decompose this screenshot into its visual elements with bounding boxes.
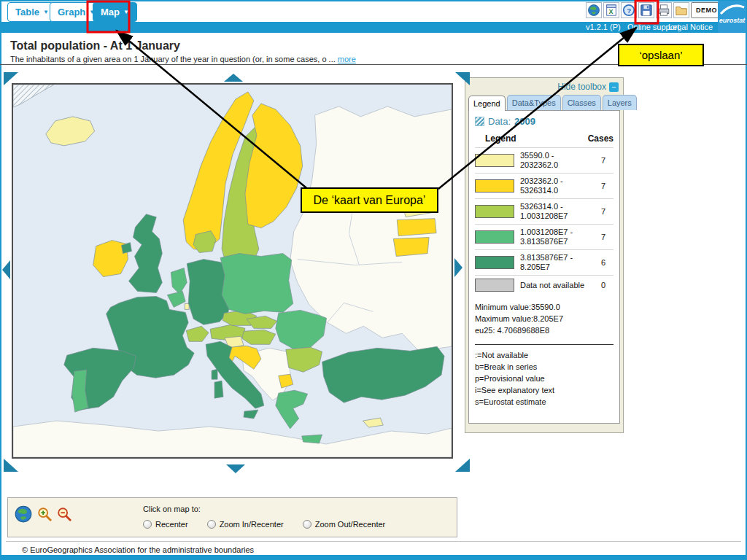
hide-toolbox-label: Hide toolbox	[557, 82, 606, 92]
footnote: p=Provisional value	[475, 373, 614, 384]
pan-down-left-arrow[interactable]	[4, 459, 18, 472]
print-icon[interactable]	[656, 2, 672, 18]
map-control-bar: Click on map to: Recenter Zoom In/Recent…	[7, 497, 457, 537]
legend-cases: 7	[593, 233, 614, 242]
folder-icon[interactable]	[673, 2, 689, 18]
europe-map	[13, 85, 452, 457]
country-luxembourg	[185, 303, 189, 309]
annotation-note-save: ‘opslaan’	[618, 44, 704, 66]
zoom-in-icon[interactable]	[36, 506, 53, 525]
legend-range: Data not available	[520, 281, 593, 290]
cases-column-header: Cases	[587, 133, 614, 144]
footnote: b=Break in series	[475, 361, 614, 373]
legend-column-header: Legend	[475, 133, 587, 144]
legend-cases: 7	[593, 182, 614, 191]
legend-swatch	[475, 230, 514, 244]
tab-table-label: Table	[15, 7, 39, 18]
hatch-icon	[475, 117, 484, 126]
eurostat-logo-text: eurostat	[718, 17, 746, 24]
data-label: Data:	[488, 116, 511, 127]
toolbox-tab-classes[interactable]: Classes	[562, 95, 601, 110]
country-latvia	[397, 219, 436, 236]
legend-row: 5326314.0 -1.0031208E7 7	[475, 198, 614, 224]
more-link[interactable]: more	[338, 55, 356, 63]
legend-swatch	[475, 179, 514, 192]
legend-range: 5326314.0 -1.0031208E7	[520, 202, 593, 221]
min-value-label: Minimum value:35590.0	[475, 301, 614, 313]
page-subtitle: The inhabitants of a given area on 1 Jan…	[10, 55, 356, 63]
minus-icon[interactable]: −	[609, 82, 619, 92]
country-corsica	[212, 369, 217, 379]
country-lithuania	[393, 238, 429, 257]
toolbox: Hide toolbox− Legend Data&Types Classes …	[465, 77, 624, 433]
legend-swatch	[475, 279, 514, 292]
chevron-down-icon: ▼	[43, 9, 49, 15]
legend-range: 2032362.0 -5326314.0	[520, 176, 593, 195]
eu25-label: eu25: 4.70689688E8	[475, 324, 614, 336]
toolbox-tab-data-types[interactable]: Data&Types	[507, 95, 561, 110]
legal-notice-link[interactable]: Legal Notice	[668, 23, 713, 31]
legend-row: 35590.0 -2032362.0 7	[475, 147, 614, 173]
page-subtitle-text: The inhabitants of a given area on 1 Jan…	[10, 55, 336, 63]
footnote: i=See explanatory text	[475, 384, 614, 396]
legend-row: 1.0031208E7 -3.8135876E7 7	[475, 224, 614, 249]
toolbox-tab-legend[interactable]: Legend	[468, 96, 506, 111]
hide-toolbox-link[interactable]: Hide toolbox−	[465, 78, 623, 93]
eurostat-logo[interactable]: eurostat	[718, 1, 746, 33]
legend-range: 1.0031208E7 -3.8135876E7	[520, 228, 593, 246]
radio-zoom-in-recenter-label: Zoom In/Recenter	[220, 520, 284, 529]
footer-divider	[6, 541, 741, 542]
legend-row: 2032362.0 -5326314.0 7	[475, 173, 614, 198]
country-crete	[302, 435, 322, 443]
pan-down-arrow[interactable]	[226, 464, 245, 473]
version-label: v1.2.1 (P)	[586, 23, 621, 31]
radio-zoom-out-recenter-label: Zoom Out/Recenter	[315, 520, 386, 529]
instruction-label: Click on map to:	[143, 505, 201, 513]
excel-export-icon[interactable]: X	[603, 2, 619, 18]
radio-recenter[interactable]	[143, 520, 152, 529]
country-sardinia	[214, 381, 223, 398]
legend-cases: 7	[593, 207, 614, 217]
data-year: 2009	[514, 116, 535, 127]
footnote: :=Not available	[475, 349, 614, 361]
tab-map-label: Map	[101, 7, 120, 18]
chevron-down-icon: ▼	[123, 9, 129, 15]
legend-row: 3.8135876E7 -8.205E7 6	[475, 249, 614, 275]
legend-row: Data not available 0	[475, 275, 614, 295]
eurostat-map-tool: Table ▼ Graph ▼ Map ▼ v1.2.1 (P) Online …	[0, 0, 747, 560]
svg-text:?: ?	[627, 7, 631, 15]
max-value-label: Maximum value:8.205E7	[475, 313, 614, 324]
help-icon[interactable]: ?	[621, 2, 637, 18]
toolbox-tab-layers[interactable]: Layers	[603, 95, 637, 110]
tab-graph-label: Graph	[58, 7, 85, 18]
legend-range: 3.8135876E7 -8.205E7	[520, 253, 593, 272]
legend-swatch	[475, 154, 514, 167]
annotation-note-map: De ‘kaart van Europa’	[301, 187, 438, 213]
country-denmark	[193, 231, 216, 253]
radio-zoom-in-recenter[interactable]	[207, 520, 216, 529]
pan-left-arrow[interactable]	[2, 260, 10, 279]
pan-right-arrow[interactable]	[454, 258, 462, 277]
legend-cases: 7	[593, 156, 614, 166]
legend-swatch	[475, 205, 514, 218]
page-title: Total population - At 1 January	[10, 39, 180, 52]
radio-recenter-label: Recenter	[155, 520, 188, 529]
country-poland	[220, 254, 293, 314]
globe-icon[interactable]	[586, 2, 602, 18]
legend-range: 35590.0 -2032362.0	[520, 151, 593, 170]
radio-zoom-out-recenter[interactable]	[303, 520, 311, 529]
map-frame[interactable]	[12, 83, 453, 459]
pan-up-arrow[interactable]	[224, 74, 243, 82]
zoom-out-icon[interactable]	[56, 506, 72, 525]
tab-map[interactable]: Map ▼	[93, 2, 137, 22]
footnote: s=Eurostat estimate	[475, 396, 614, 408]
top-edge	[0, 0, 747, 1]
left-edge	[0, 0, 1, 560]
legend-divider	[475, 344, 614, 345]
footer-copyright: © EuroGeographics Association for the ad…	[22, 545, 254, 554]
overview-globe-icon[interactable]	[14, 505, 33, 526]
pan-down-right-arrow[interactable]	[455, 459, 470, 472]
save-icon[interactable]	[638, 2, 654, 18]
svg-text:X: X	[608, 8, 613, 15]
legend-panel: Data:2009 Legend Cases 35590.0 -2032362.…	[468, 110, 620, 424]
